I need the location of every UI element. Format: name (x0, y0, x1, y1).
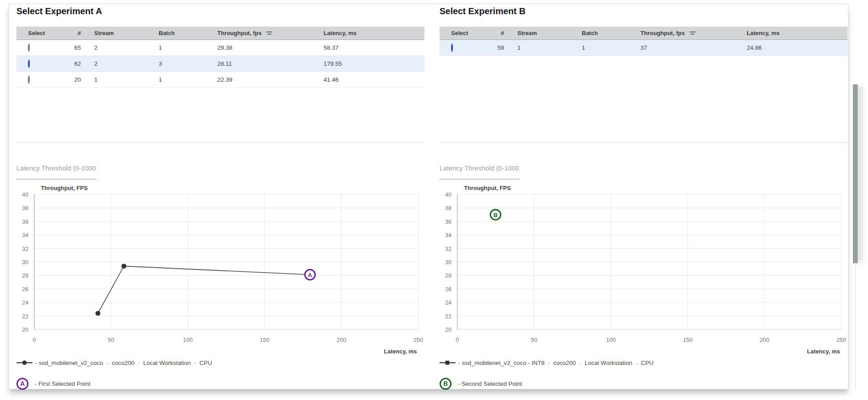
svg-text:Latency, ms: Latency, ms (807, 348, 840, 355)
experiment-a-table: Select # Stream Batch Throughput, fps La… (16, 27, 424, 88)
svg-text:200: 200 (760, 337, 769, 343)
page-title: Select Experiment B (440, 6, 525, 16)
cell-batch: 1 (145, 76, 204, 83)
svg-text:32: 32 (445, 246, 452, 252)
legend-series: - ssd_mobilenet_v2_coco - INT8 · coco200… (440, 356, 653, 369)
cell-stream: 2 (81, 60, 145, 67)
column-header-latency: Latency, ms (310, 30, 424, 36)
svg-text:26: 26 (445, 286, 452, 293)
svg-text:28: 28 (22, 272, 28, 279)
latency-threshold-input[interactable] (440, 157, 520, 179)
legend-selected-point: B - Second Selected Point (440, 377, 522, 390)
cell-number: 20 (59, 76, 81, 83)
line-circle-marker-icon (16, 360, 32, 366)
sort-icon[interactable] (266, 32, 272, 35)
row-radio[interactable] (28, 59, 30, 68)
svg-text:24: 24 (445, 299, 452, 306)
svg-text:28: 28 (445, 272, 452, 279)
column-header-throughput[interactable]: Throughput, fps (627, 30, 733, 36)
cell-throughput: 22.39 (204, 76, 310, 83)
svg-text:36: 36 (445, 218, 452, 225)
svg-text:30: 30 (22, 259, 28, 265)
svg-text:250: 250 (413, 337, 423, 343)
svg-text:20: 20 (445, 326, 452, 333)
svg-text:0: 0 (32, 337, 36, 343)
svg-text:Throughput, FPS: Throughput, FPS (464, 185, 511, 191)
cell-stream: 2 (81, 44, 145, 51)
svg-text:34: 34 (22, 232, 28, 238)
table-header-row: Select # Stream Batch Throughput, fps La… (440, 27, 848, 40)
column-header-number: # (59, 30, 81, 36)
svg-text:38: 38 (22, 205, 28, 211)
cell-number: 62 (59, 60, 81, 67)
cell-batch: 3 (145, 60, 204, 67)
point-a-badge: A (16, 378, 28, 390)
cell-stream: 1 (504, 44, 568, 51)
svg-text:20: 20 (22, 326, 28, 333)
experiment-b-table: Select # Stream Batch Throughput, fps La… (440, 27, 848, 56)
sort-icon[interactable] (689, 32, 696, 35)
cell-latency: 41.46 (310, 76, 424, 83)
column-header-select: Select (16, 30, 59, 36)
svg-text:40: 40 (445, 191, 452, 198)
table-row[interactable]: 62 2 3 28.11 179.55 (16, 56, 424, 72)
column-header-stream: Stream (81, 30, 145, 36)
cell-number: 65 (59, 44, 81, 51)
table-row[interactable]: 59 1 1 37 24.86 (440, 40, 848, 56)
cell-latency: 24.86 (733, 44, 848, 51)
svg-text:250: 250 (836, 337, 846, 343)
legend-selected-point: A - First Selected Point (16, 377, 90, 390)
svg-text:26: 26 (22, 286, 28, 293)
column-header-select: Select (440, 30, 482, 36)
svg-text:50: 50 (531, 337, 537, 343)
svg-text:24: 24 (22, 299, 28, 306)
cell-batch: 1 (568, 44, 627, 51)
point-b-badge: B (440, 378, 452, 390)
cell-stream: 1 (81, 76, 145, 83)
svg-text:Latency, ms: Latency, ms (384, 348, 417, 355)
svg-text:36: 36 (22, 218, 28, 225)
page-title: Select Experiment A (16, 6, 102, 16)
legend-series: - ssd_mobilenet_v2_coco · coco200 · Loca… (16, 356, 212, 369)
svg-text:38: 38 (445, 205, 452, 211)
svg-text:B: B (493, 212, 497, 218)
throughput-latency-chart-a[interactable]: 2022242628303234363840050100150200250Thr… (9, 182, 424, 360)
svg-text:22: 22 (445, 313, 452, 320)
svg-text:40: 40 (22, 191, 28, 198)
svg-text:32: 32 (22, 246, 28, 252)
throughput-latency-chart-b[interactable]: 2022242628303234363840050100150200250Thr… (432, 182, 847, 360)
scrollbar-thumb[interactable] (853, 84, 858, 263)
table-row[interactable]: 65 2 1 29.38 58.37 (16, 40, 424, 56)
column-header-batch: Batch (145, 30, 204, 36)
column-header-stream: Stream (504, 30, 568, 36)
row-radio[interactable] (28, 44, 30, 52)
svg-text:22: 22 (22, 313, 28, 320)
cell-batch: 1 (145, 44, 204, 51)
svg-text:0: 0 (456, 337, 459, 343)
column-header-number: # (482, 30, 504, 36)
svg-text:100: 100 (606, 337, 616, 343)
table-row[interactable]: 20 1 1 22.39 41.46 (16, 72, 424, 88)
cell-throughput: 28.11 (204, 60, 310, 67)
cell-number: 59 (482, 44, 504, 51)
svg-text:150: 150 (260, 337, 270, 343)
svg-text:34: 34 (445, 232, 452, 238)
column-header-latency: Latency, ms (733, 30, 848, 36)
cell-latency: 179.55 (310, 60, 424, 67)
svg-text:A: A (308, 272, 312, 278)
section-divider (440, 142, 848, 143)
column-header-throughput[interactable]: Throughput, fps (204, 30, 310, 36)
experiment-b-panel: Select Experiment B Select # Stream Batc… (440, 4, 848, 389)
svg-text:150: 150 (683, 337, 693, 343)
cell-latency: 58.37 (310, 44, 424, 51)
svg-text:100: 100 (183, 337, 193, 343)
svg-text:200: 200 (336, 337, 346, 343)
cell-throughput: 29.38 (204, 44, 310, 51)
svg-text:30: 30 (445, 259, 452, 265)
section-divider (16, 142, 424, 143)
row-radio[interactable] (28, 75, 30, 84)
svg-text:50: 50 (108, 337, 114, 343)
latency-threshold-input[interactable] (16, 157, 96, 179)
row-radio[interactable] (451, 44, 453, 52)
svg-text:Throughput, FPS: Throughput, FPS (41, 185, 88, 191)
